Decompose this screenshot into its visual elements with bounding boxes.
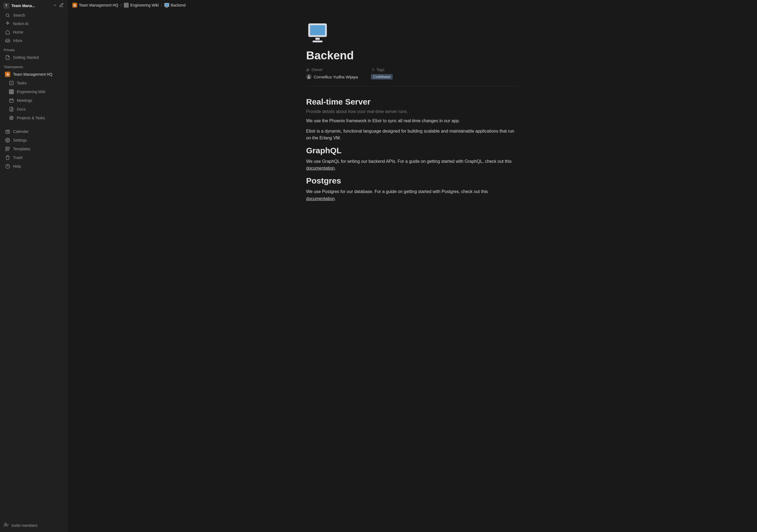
breadcrumb-label: Backend xyxy=(171,3,186,7)
breadcrumb-item-hq[interactable]: 🏠 Team Management HQ xyxy=(73,3,118,8)
list-icon xyxy=(371,68,375,72)
wiki-icon xyxy=(124,3,129,8)
nav-label: Help xyxy=(13,164,21,169)
trash-nav[interactable]: Trash xyxy=(1,154,66,162)
svg-rect-10 xyxy=(8,147,10,148)
inbox-icon xyxy=(5,38,10,43)
property-owner[interactable]: Owner Cornellius Yudha Wijaya xyxy=(306,68,358,79)
trash-icon xyxy=(5,155,10,160)
checkbox-icon xyxy=(9,80,14,86)
breadcrumb-item-backend[interactable]: Backend xyxy=(164,3,186,8)
sidebar-item-label: Docs xyxy=(17,107,26,111)
help-icon xyxy=(5,164,10,169)
workspace-switcher[interactable]: T Team Mana... xyxy=(0,2,67,11)
sidebar-item-docs[interactable]: Docs xyxy=(1,105,66,113)
section-heading-postgres[interactable]: Postgres xyxy=(306,176,518,185)
house-icon: 🏠 xyxy=(73,3,77,8)
svg-rect-9 xyxy=(6,147,7,148)
nav-label: Calendar xyxy=(13,129,29,134)
section-heading-graphql[interactable]: GraphQL xyxy=(306,146,518,155)
sidebar-item-tasks[interactable]: Tasks xyxy=(1,79,66,87)
sidebar-item-label: Projects & Tasks xyxy=(17,116,45,120)
templates-nav[interactable]: Templates xyxy=(1,145,66,153)
sidebar-item-label: Engineering Wiki xyxy=(17,90,45,94)
section-subtitle[interactable]: Provide details about how your real-time… xyxy=(306,109,518,114)
wiki-icon xyxy=(9,89,14,94)
nav-label: Notion AI xyxy=(13,21,29,26)
home-nav[interactable]: Home xyxy=(1,28,66,36)
people-icon xyxy=(306,68,310,72)
private-section-label: Private xyxy=(0,45,67,53)
invite-icon xyxy=(4,522,9,528)
owner-name: Cornellius Yudha Wijaya xyxy=(314,75,358,79)
avatar xyxy=(306,74,312,79)
nav-label: Settings xyxy=(13,138,27,142)
sidebar-item-label: Meetings xyxy=(17,98,32,103)
nav-label: Home xyxy=(13,30,23,34)
sidebar-item-label: Getting Started xyxy=(13,55,39,60)
breadcrumb-label: Team Management HQ xyxy=(79,3,118,7)
page-body: Backend Owner Cornellius Yudha Wijaya Ta… xyxy=(290,10,535,227)
help-nav[interactable]: Help xyxy=(1,162,66,171)
sidebar-item-getting-started[interactable]: Getting Started xyxy=(1,53,66,62)
property-label: Owner xyxy=(306,68,358,72)
sidebar-item-label: Tasks xyxy=(17,81,27,85)
target-icon xyxy=(9,115,14,121)
property-value: Cornellius Yudha Wijaya xyxy=(306,74,358,79)
templates-icon xyxy=(5,146,10,152)
section-paragraph[interactable]: Elixir is a dynamic, functional language… xyxy=(306,128,518,141)
svg-rect-2 xyxy=(10,99,13,102)
invite-label: Invite members xyxy=(12,523,38,528)
breadcrumb-separator: / xyxy=(161,3,162,7)
sidebar-item-projects[interactable]: Projects & Tasks xyxy=(1,114,66,122)
house-icon: 🏠 xyxy=(5,72,10,77)
invite-members[interactable]: Invite members xyxy=(0,520,67,530)
nav-label: Search xyxy=(13,13,25,17)
workspace-badge: T xyxy=(3,3,9,9)
sidebar-top-nav: Search Notion AI Home Inbox xyxy=(0,11,67,45)
inbox-nav[interactable]: Inbox xyxy=(1,37,66,45)
documentation-link[interactable]: documentation xyxy=(306,196,335,201)
page-title[interactable]: Backend xyxy=(306,49,518,62)
sidebar-item-team-hq[interactable]: 🏠 Team Management HQ xyxy=(1,70,66,78)
calendar-nav[interactable]: 30 Calendar xyxy=(1,127,66,136)
workspace-name: Team Mana... xyxy=(12,4,51,8)
settings-nav[interactable]: Settings xyxy=(1,136,66,144)
sidebar-item-engineering-wiki[interactable]: Engineering Wiki xyxy=(1,88,66,96)
documentation-link[interactable]: documentation xyxy=(306,166,335,171)
tag-codebase[interactable]: Codebase xyxy=(371,74,393,79)
svg-point-0 xyxy=(6,14,9,16)
calendar-icon: 30 xyxy=(5,129,10,134)
sidebar: T Team Mana... Search Notion AI Home Inb… xyxy=(0,0,68,532)
home-icon xyxy=(5,29,10,35)
search-icon xyxy=(5,13,10,18)
section-paragraph[interactable]: We use Postgres for our database. For a … xyxy=(306,188,518,202)
calendar-icon xyxy=(9,98,14,103)
sidebar-item-label: Team Management HQ xyxy=(13,72,52,77)
ai-nav[interactable]: Notion AI xyxy=(1,19,66,28)
svg-text:30: 30 xyxy=(7,131,9,133)
svg-rect-11 xyxy=(6,149,7,151)
search-nav[interactable]: Search xyxy=(1,11,66,19)
svg-rect-14 xyxy=(310,25,325,35)
nav-label: Inbox xyxy=(13,38,22,43)
breadcrumb-label: Engineering Wiki xyxy=(130,3,159,7)
property-label: Tags xyxy=(371,68,393,72)
breadcrumb-item-wiki[interactable]: Engineering Wiki xyxy=(124,3,159,8)
svg-point-8 xyxy=(7,140,9,141)
compose-icon[interactable] xyxy=(59,3,64,9)
breadcrumb: 🏠 Team Management HQ / Engineering Wiki … xyxy=(68,0,757,10)
section-heading-realtime[interactable]: Real-time Server xyxy=(306,97,518,107)
page-icon xyxy=(5,55,10,60)
page-icon-monitor[interactable] xyxy=(306,21,329,44)
chevron-down-icon xyxy=(53,3,57,8)
main-content: 🏠 Team Management HQ / Engineering Wiki … xyxy=(68,0,757,532)
nav-label: Trash xyxy=(13,155,23,160)
breadcrumb-separator: / xyxy=(121,3,122,7)
section-paragraph[interactable]: We use GraphQL for writing our backend A… xyxy=(306,158,518,172)
section-paragraph[interactable]: We use the Phoenix framework in Elixir t… xyxy=(306,117,518,124)
property-tags[interactable]: Tags Codebase xyxy=(371,68,393,79)
sidebar-item-meetings[interactable]: Meetings xyxy=(1,96,66,105)
svg-rect-16 xyxy=(313,41,323,43)
monitor-icon xyxy=(164,3,169,8)
